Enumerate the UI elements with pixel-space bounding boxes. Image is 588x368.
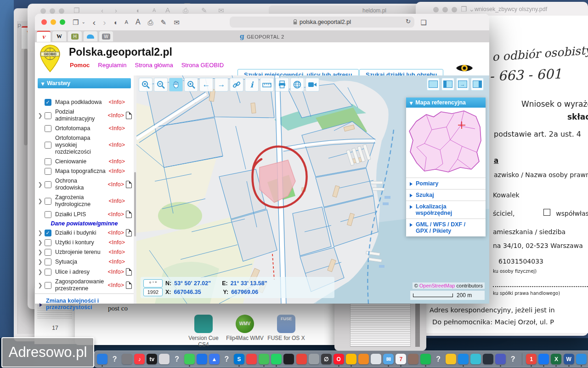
dock-app-calendar[interactable]: 7 (396, 354, 406, 364)
chevron-down-icon[interactable]: ⌄ (81, 20, 85, 24)
map-viewport[interactable]: ← → i → ▾Mapa re (136, 75, 489, 304)
layer-info-link[interactable]: <Info> (108, 211, 124, 218)
dock-app-onepassword[interactable]: 1 (526, 354, 537, 364)
dock-app-opera[interactable]: O (334, 354, 344, 364)
zoom-in-button[interactable] (139, 78, 153, 92)
dock-app-stocks[interactable] (259, 354, 269, 364)
dock-app-dark-utility[interactable] (483, 354, 493, 364)
close-button[interactable] (41, 19, 47, 25)
thumbnail-scrollbar[interactable] (415, 299, 420, 347)
expand-chevron-icon[interactable]: ❯ (37, 112, 44, 119)
layer-checkbox[interactable] (45, 282, 51, 289)
layer-checkbox[interactable] (45, 158, 51, 165)
panel-scrollbar-thumb[interactable] (134, 172, 136, 236)
mail-icon[interactable]: ✉ (174, 19, 180, 26)
dock-app-photo-booth[interactable] (159, 354, 170, 364)
info-button[interactable]: i (245, 78, 259, 92)
expand-chevron-icon[interactable]: ❯ (37, 230, 44, 236)
layer-checkbox[interactable] (45, 168, 51, 175)
dock-app-teams[interactable] (495, 354, 506, 364)
layer-order-link[interactable]: Zmiana kolejności i przezroczystości (35, 293, 134, 314)
layer-info-link[interactable]: <Info> (109, 99, 125, 106)
window-controls[interactable] (41, 19, 65, 25)
layer-info-link[interactable]: <Info> (108, 230, 124, 236)
link-button[interactable] (230, 78, 243, 92)
dock-app-browser-colored[interactable] (296, 354, 307, 364)
layer-info-link[interactable]: <Info> (108, 269, 124, 276)
expand-chevron-icon[interactable]: ❯ (37, 181, 44, 188)
dock-app-apple-tv[interactable]: tv (147, 354, 157, 364)
address-bar[interactable]: polska.geoportal2.pl ↻ (230, 17, 414, 28)
dock-app-keynote[interactable] (246, 354, 257, 364)
dock-app-finder[interactable] (97, 354, 107, 364)
printer-icon[interactable]: ⎙ (148, 19, 153, 26)
dock-app-mail[interactable] (197, 354, 207, 364)
dock-app-skype[interactable]: S (234, 354, 244, 364)
layers-panel-header[interactable]: ▾Warstwy (38, 78, 131, 88)
layer-info-link[interactable]: <Info> (109, 239, 125, 246)
nav-strona-glowna[interactable]: Strona główna (135, 62, 173, 69)
font-larger-button[interactable]: A (136, 18, 141, 26)
expand-chevron-icon[interactable]: ❯ (37, 282, 44, 289)
layer-document-icon[interactable] (126, 181, 132, 188)
dock-app-shortcuts[interactable] (470, 354, 481, 364)
pdf-window-controls[interactable] (433, 7, 457, 12)
dock-app-music[interactable]: ♪ (134, 354, 145, 364)
layout-left-panel-button[interactable] (441, 78, 454, 91)
reload-icon[interactable]: ↻ (406, 18, 411, 25)
layer-info-link[interactable]: <Info> (108, 181, 124, 188)
dock-app-missing-app-1[interactable]: ? (109, 354, 120, 364)
layer-checkbox[interactable] (45, 230, 51, 236)
font-smaller-button[interactable]: A (125, 20, 128, 25)
layer-info-link[interactable]: <Info> (109, 125, 125, 132)
forward-icon[interactable]: › (103, 18, 106, 27)
layer-checkbox[interactable] (45, 198, 51, 205)
dock-app-word[interactable]: W (564, 354, 574, 364)
zoom-out-button[interactable] (154, 78, 168, 92)
dock-app-do-not-disturb[interactable]: ∅ (321, 354, 332, 364)
dock-app-missing-app-5[interactable]: ? (508, 354, 518, 364)
layout-full-map-button[interactable] (427, 78, 440, 91)
dock-app-messages[interactable] (184, 354, 195, 364)
dock-app-system-settings[interactable] (122, 354, 132, 364)
layer-checkbox[interactable] (45, 239, 51, 246)
layer-checkbox[interactable] (45, 99, 51, 106)
app-icon-version-cue[interactable]: Version Cue CS4 (183, 315, 224, 348)
dock-app-pencil-app[interactable] (358, 354, 369, 364)
layer-checkbox[interactable] (45, 181, 51, 188)
layer-document-icon[interactable] (126, 268, 132, 276)
globe-button[interactable] (290, 78, 304, 92)
dock-app-excel[interactable]: X (551, 354, 561, 364)
layer-info-link[interactable]: <Info> (109, 198, 125, 205)
layer-checkbox[interactable] (45, 259, 51, 265)
dock-app-safari[interactable] (458, 354, 469, 364)
expand-chevron-icon[interactable]: ❯ (37, 198, 44, 205)
section-szukaj[interactable]: Szukaj (406, 189, 486, 201)
app-icon-flip4mac[interactable]: WMV Flip4Mac WMV (224, 315, 266, 348)
back-icon[interactable]: ‹ (93, 18, 96, 27)
dock-app-files[interactable] (408, 354, 418, 364)
compose-icon[interactable]: ✎ (161, 19, 167, 26)
dms-format-button[interactable]: ° ' " (143, 279, 163, 288)
expand-chevron-icon[interactable]: ❯ (37, 249, 44, 256)
layer-info-link[interactable]: <Info> (108, 282, 124, 289)
layer-info-link[interactable]: <Info> (109, 168, 125, 175)
crs-1992-button[interactable]: 1992 (143, 288, 163, 296)
dock-app-whatsapp[interactable] (271, 354, 282, 364)
dock-app-mail-2[interactable]: ✉ (383, 354, 394, 364)
sidebar-icon[interactable]: ❐ (73, 19, 79, 26)
nav-strona-geobid[interactable]: Strona GEOBID (181, 62, 224, 69)
layer-metadata-icon[interactable]: i (126, 229, 132, 236)
layout-right-panel-button[interactable] (471, 78, 484, 91)
dock-app-messenger[interactable] (538, 354, 549, 364)
nav-pomoc[interactable]: Pomoc (70, 62, 90, 69)
openstreetmap-link[interactable]: OpenStreetMap (419, 283, 455, 288)
dock-app-edge[interactable] (576, 354, 587, 364)
stack-scrollbar[interactable] (24, 49, 28, 145)
pan-hand-button[interactable] (169, 78, 183, 92)
next-view-button[interactable]: → (215, 78, 228, 92)
layer-checkbox[interactable] (45, 125, 51, 132)
expand-chevron-icon[interactable]: ❯ (37, 269, 44, 276)
previous-view-button[interactable]: ← (199, 78, 213, 92)
dock-app-maps[interactable]: ▲ (209, 354, 220, 364)
